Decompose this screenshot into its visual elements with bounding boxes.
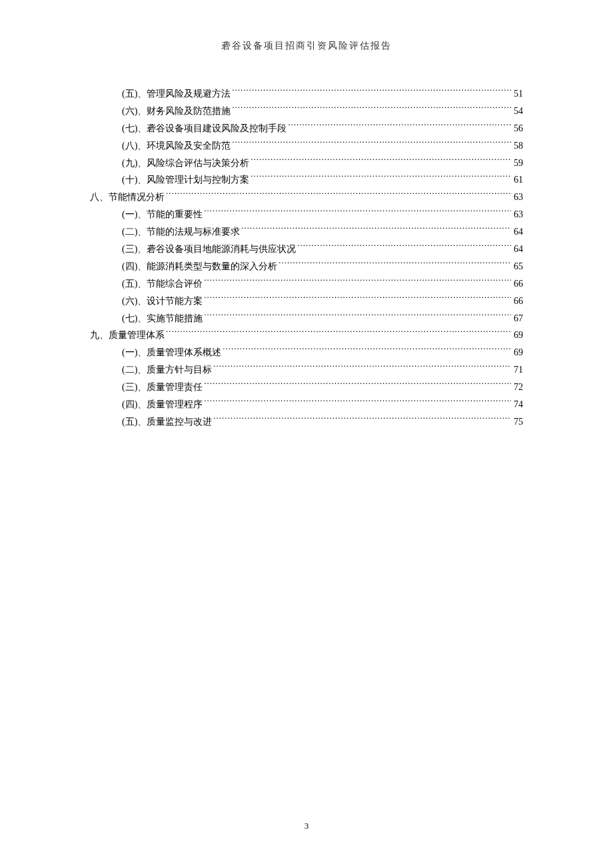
toc-leader-dots xyxy=(204,381,511,390)
toc-entry-page: 56 xyxy=(512,120,523,137)
toc-entry-label: (一)、质量管理体系概述 xyxy=(122,344,221,361)
toc-entry-label: (四)、能源消耗类型与数量的深入分析 xyxy=(122,258,277,275)
toc-leader-dots xyxy=(279,260,511,269)
table-of-contents: (五)、管理风险及规避方法51(六)、财务风险及防范措施54(七)、砻谷设备项目… xyxy=(0,52,613,431)
toc-entry-label: (四)、质量管理程序 xyxy=(122,396,203,413)
document-title: 砻谷设备项目招商引资风险评估报告 xyxy=(221,41,392,51)
toc-entry-label: (五)、质量监控与改进 xyxy=(122,413,212,431)
toc-entry: (二)、质量方针与目标71 xyxy=(90,361,523,379)
toc-entry-label: (六)、设计节能方案 xyxy=(122,293,203,310)
toc-leader-dots xyxy=(223,346,511,355)
toc-entry: (八)、环境风险及安全防范58 xyxy=(90,137,523,155)
toc-entry-label: (五)、节能综合评价 xyxy=(122,275,203,293)
toc-leader-dots xyxy=(297,243,511,252)
toc-entry: (三)、质量管理责任72 xyxy=(90,379,523,396)
toc-entry: 九、质量管理体系69 xyxy=(90,327,523,344)
toc-entry-label: (一)、节能的重要性 xyxy=(122,206,203,223)
toc-entry: (九)、风险综合评估与决策分析59 xyxy=(90,155,523,172)
toc-entry: (六)、设计节能方案66 xyxy=(90,293,523,310)
toc-leader-dots xyxy=(232,87,511,97)
toc-entry-page: 63 xyxy=(512,189,523,206)
toc-leader-dots xyxy=(204,277,511,287)
toc-entry-label: (七)、实施节能措施 xyxy=(122,310,203,327)
toc-entry-page: 66 xyxy=(512,275,523,293)
toc-entry-page: 71 xyxy=(512,361,523,379)
toc-leader-dots xyxy=(204,312,511,321)
toc-entry: (一)、质量管理体系概述69 xyxy=(90,344,523,361)
toc-entry-label: (七)、砻谷设备项目建设风险及控制手段 xyxy=(122,120,287,137)
toc-entry-page: 67 xyxy=(512,310,523,327)
toc-entry-page: 75 xyxy=(512,413,523,431)
toc-entry-page: 72 xyxy=(512,379,523,396)
toc-leader-dots xyxy=(251,173,511,183)
toc-entry: (六)、财务风险及防范措施54 xyxy=(90,103,523,120)
toc-leader-dots xyxy=(166,329,511,338)
toc-entry-label: (二)、质量方针与目标 xyxy=(122,361,212,379)
toc-entry-label: 八、节能情况分析 xyxy=(90,189,165,206)
document-header: 砻谷设备项目招商引资风险评估报告 xyxy=(0,0,613,52)
toc-entry-page: 54 xyxy=(512,103,523,120)
toc-entry-page: 69 xyxy=(512,327,523,344)
toc-entry: (七)、实施节能措施67 xyxy=(90,310,523,327)
toc-entry: (五)、质量监控与改进75 xyxy=(90,413,523,431)
toc-leader-dots xyxy=(232,139,511,149)
toc-leader-dots xyxy=(204,398,511,407)
toc-entry-page: 51 xyxy=(512,85,523,103)
page-footer: 3 xyxy=(0,821,613,831)
toc-entry-label: 九、质量管理体系 xyxy=(90,327,165,344)
toc-leader-dots xyxy=(213,363,511,373)
toc-entry-page: 74 xyxy=(512,396,523,413)
toc-leader-dots xyxy=(204,295,511,304)
toc-entry-label: (三)、砻谷设备项目地能源消耗与供应状况 xyxy=(122,241,296,258)
toc-entry-label: (九)、风险综合评估与决策分析 xyxy=(122,155,249,172)
toc-leader-dots xyxy=(251,157,511,166)
toc-entry: (四)、质量管理程序74 xyxy=(90,396,523,413)
toc-entry-label: (八)、环境风险及安全防范 xyxy=(122,137,231,155)
toc-leader-dots xyxy=(166,191,511,200)
toc-entry-label: (五)、管理风险及规避方法 xyxy=(122,85,231,103)
toc-entry-page: 58 xyxy=(512,137,523,155)
toc-entry-page: 66 xyxy=(512,293,523,310)
toc-entry-label: (三)、质量管理责任 xyxy=(122,379,203,396)
toc-entry: (四)、能源消耗类型与数量的深入分析65 xyxy=(90,258,523,275)
toc-entry-page: 69 xyxy=(512,344,523,361)
toc-entry: 八、节能情况分析63 xyxy=(90,189,523,206)
toc-entry: (十)、风险管理计划与控制方案61 xyxy=(90,171,523,189)
toc-leader-dots xyxy=(213,415,511,425)
toc-entry-page: 61 xyxy=(512,171,523,189)
toc-entry: (五)、管理风险及规避方法51 xyxy=(90,85,523,103)
toc-entry: (一)、节能的重要性63 xyxy=(90,206,523,223)
toc-entry: (五)、节能综合评价66 xyxy=(90,275,523,293)
toc-entry-label: (十)、风险管理计划与控制方案 xyxy=(122,171,249,189)
toc-leader-dots xyxy=(288,122,511,131)
toc-entry: (七)、砻谷设备项目建设风险及控制手段56 xyxy=(90,120,523,137)
toc-leader-dots xyxy=(204,208,511,217)
toc-entry: (二)、节能的法规与标准要求64 xyxy=(90,223,523,241)
page-number: 3 xyxy=(305,821,309,831)
toc-entry-page: 63 xyxy=(512,206,523,223)
toc-entry: (三)、砻谷设备项目地能源消耗与供应状况64 xyxy=(90,241,523,258)
toc-leader-dots xyxy=(232,105,511,114)
toc-entry-page: 65 xyxy=(512,258,523,275)
toc-entry-page: 59 xyxy=(512,155,523,172)
toc-entry-page: 64 xyxy=(512,241,523,258)
toc-entry-label: (六)、财务风险及防范措施 xyxy=(122,103,231,120)
toc-leader-dots xyxy=(241,225,511,235)
toc-entry-page: 64 xyxy=(512,223,523,241)
toc-entry-label: (二)、节能的法规与标准要求 xyxy=(122,223,240,241)
